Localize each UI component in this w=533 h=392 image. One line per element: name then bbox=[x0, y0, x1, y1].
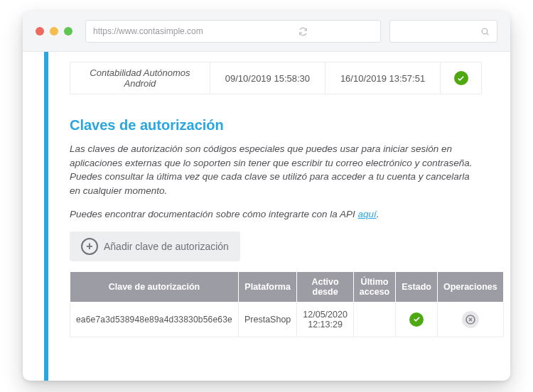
svg-point-0 bbox=[482, 28, 488, 34]
status-ok-icon bbox=[409, 312, 424, 327]
app-state-cell bbox=[441, 62, 482, 94]
desc2-prefix: Puedes encontrar documentación sobre cóm… bbox=[70, 209, 357, 219]
add-auth-key-label: Añadir clave de autorización bbox=[104, 241, 229, 252]
th-platform: Plataforma bbox=[238, 271, 296, 302]
th-key: Clave de autorización bbox=[70, 271, 239, 302]
window-min-dot[interactable] bbox=[50, 27, 58, 36]
th-last: Último acceso bbox=[353, 271, 395, 302]
search-box[interactable] bbox=[389, 20, 497, 43]
cancel-key-button[interactable] bbox=[462, 311, 479, 328]
search-icon bbox=[480, 27, 490, 36]
th-ops: Operaciones bbox=[437, 271, 503, 302]
browser-chrome: https://www.contasimple.com bbox=[23, 11, 510, 52]
th-state: Estado bbox=[396, 271, 438, 302]
table-row: ea6e7a3d538948e89a4d33830b56e63e PrestaS… bbox=[70, 302, 504, 337]
app-since-cell: 09/10/2019 15:58:30 bbox=[210, 62, 325, 94]
page-content: Contabilidad Autónomos Android 09/10/201… bbox=[23, 52, 510, 381]
section-description-2: Puedes encontrar documentación sobre cóm… bbox=[70, 207, 482, 222]
app-last-cell: 16/10/2019 13:57:51 bbox=[325, 62, 440, 94]
plus-circle-icon: + bbox=[81, 238, 98, 255]
status-ok-icon bbox=[454, 71, 468, 85]
add-auth-key-button[interactable]: + Añadir clave de autorización bbox=[70, 232, 240, 261]
url-bar[interactable]: https://www.contasimple.com bbox=[85, 20, 381, 43]
key-state-cell bbox=[396, 302, 438, 337]
table-row: Contabilidad Autónomos Android 09/10/201… bbox=[70, 62, 482, 94]
key-platform-cell: PrestaShop bbox=[238, 302, 296, 337]
section-title: Claves de autorización bbox=[70, 117, 482, 134]
key-ops-cell bbox=[437, 302, 503, 337]
window-close-dot[interactable] bbox=[36, 27, 44, 36]
url-text: https://www.contasimple.com bbox=[93, 26, 233, 36]
refresh-icon[interactable] bbox=[233, 27, 373, 36]
key-last-cell bbox=[353, 302, 395, 337]
desc2-suffix: . bbox=[377, 209, 379, 219]
key-active-cell: 12/05/2020 12:13:29 bbox=[297, 302, 354, 337]
accent-stripe bbox=[44, 52, 48, 381]
auth-keys-table: Clave de autorización Plataforma Activo … bbox=[70, 271, 504, 337]
section-description-1: Las claves de autorización son códigos e… bbox=[70, 142, 482, 197]
app-name-cell: Contabilidad Autónomos Android bbox=[70, 62, 210, 94]
window-controls bbox=[36, 27, 72, 36]
th-active: Activo desde bbox=[297, 271, 354, 302]
api-doc-link[interactable]: aquí bbox=[357, 209, 376, 219]
window-max-dot[interactable] bbox=[64, 27, 72, 36]
apps-mini-table: Contabilidad Autónomos Android 09/10/201… bbox=[70, 62, 482, 94]
browser-window: https://www.contasimple.com Contabilidad… bbox=[23, 11, 510, 381]
key-value-cell: ea6e7a3d538948e89a4d33830b56e63e bbox=[70, 302, 239, 337]
